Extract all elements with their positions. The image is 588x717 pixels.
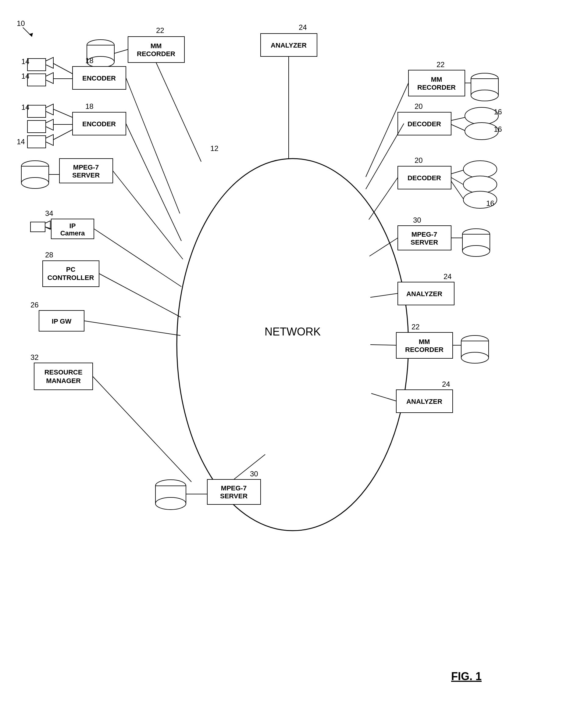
svg-line-42 — [451, 170, 463, 174]
svg-line-7 — [114, 49, 128, 54]
mpeg7-server-right-top-label1: MPEG-7 — [412, 230, 437, 238]
resource-manager-label1: RESOURCE — [44, 368, 83, 376]
ref-14-2: 14 — [21, 72, 29, 80]
svg-point-12 — [471, 90, 498, 101]
ip-camera-label1: IP — [69, 222, 76, 230]
ref-16-2: 16 — [494, 125, 502, 133]
svg-rect-17 — [27, 59, 46, 71]
decoder-top-label: DECODER — [407, 120, 441, 128]
mm-recorder-right-top-label1: MM — [431, 76, 442, 83]
svg-line-64 — [99, 273, 181, 317]
svg-rect-19 — [27, 74, 46, 86]
ref-24-bot-right: 24 — [442, 380, 450, 388]
svg-marker-27 — [46, 119, 53, 130]
ref-14-4: 14 — [17, 138, 25, 146]
svg-point-48 — [21, 178, 49, 188]
ref-16-1: 16 — [494, 108, 502, 116]
ref-20-top: 20 — [415, 102, 423, 110]
network-label: NETWORK — [265, 325, 321, 338]
svg-marker-29 — [46, 135, 53, 145]
mpeg7-server-left-top-label1: MPEG-7 — [73, 163, 99, 171]
ref-20-bottom: 20 — [415, 156, 423, 164]
svg-line-9 — [156, 63, 201, 162]
mpeg7-server-bot-mid-label1: MPEG-7 — [221, 484, 247, 492]
svg-rect-24 — [27, 105, 46, 118]
svg-line-30 — [53, 109, 72, 118]
ref-22-right-bot: 22 — [412, 323, 420, 331]
svg-line-37 — [451, 124, 465, 130]
ref-10: 10 — [17, 19, 25, 27]
svg-point-39 — [463, 161, 497, 178]
svg-marker-20 — [46, 73, 53, 84]
ref-30-right-top: 30 — [413, 216, 421, 224]
svg-point-55 — [462, 246, 490, 257]
ref-22-right-top: 22 — [437, 60, 445, 69]
mm-recorder-right-bot-label2: RECORDER — [405, 346, 443, 353]
svg-point-40 — [463, 176, 497, 193]
ref-34: 34 — [45, 209, 53, 218]
ref-12: 12 — [210, 144, 218, 152]
ref-14-1: 14 — [21, 57, 29, 66]
mm-recorder-top-label2: RECORDER — [137, 50, 175, 58]
fig-label: FIG. 1 — [451, 670, 482, 682]
decoder-bottom-label: DECODER — [407, 174, 441, 182]
ref-14-3: 14 — [21, 103, 29, 111]
analyzer-bot-right-label: ANALYZER — [406, 398, 442, 405]
pc-controller-label2: CONTROLLER — [47, 274, 94, 282]
ref-18-bottom: 18 — [85, 102, 93, 110]
mpeg7-server-right-top-label2: SERVER — [411, 239, 438, 246]
ref-22-top: 22 — [156, 26, 164, 35]
svg-rect-60 — [30, 222, 45, 232]
svg-marker-1 — [29, 33, 33, 37]
ref-28: 28 — [45, 251, 53, 259]
encoder-bottom-label: ENCODER — [82, 120, 116, 128]
svg-rect-26 — [27, 121, 46, 133]
resource-manager-box — [34, 363, 93, 390]
svg-point-34 — [465, 107, 498, 124]
encoder-top-label: ENCODER — [82, 75, 116, 82]
ip-gw-label: IP GW — [52, 317, 71, 325]
analyzer-right-mid-label: ANALYZER — [406, 290, 442, 298]
svg-line-45 — [369, 178, 398, 220]
ref-18-top: 18 — [85, 57, 93, 65]
mpeg7-server-left-top-label2: SERVER — [72, 171, 100, 179]
mpeg7-server-bot-mid-label2: SERVER — [220, 492, 248, 500]
ref-16-3: 16 — [486, 199, 495, 207]
ref-24-right-mid: 24 — [443, 272, 452, 281]
ip-camera-label2: Camera — [60, 229, 85, 237]
ref-32: 32 — [30, 353, 39, 362]
ref-24-top: 24 — [299, 23, 307, 32]
svg-line-52 — [113, 171, 183, 259]
svg-marker-25 — [46, 104, 53, 115]
mm-recorder-right-bot-label1: MM — [419, 338, 430, 346]
svg-point-35 — [465, 123, 498, 140]
svg-point-78 — [155, 497, 186, 510]
svg-rect-28 — [27, 136, 46, 148]
ref-26: 26 — [30, 301, 39, 309]
svg-marker-18 — [46, 57, 53, 68]
ref-30-bot: 30 — [250, 470, 258, 478]
svg-line-21 — [53, 63, 72, 74]
svg-line-36 — [451, 118, 465, 121]
svg-line-33 — [126, 124, 181, 241]
svg-line-66 — [84, 321, 181, 335]
analyzer-top-label: ANALYZER — [271, 41, 307, 49]
svg-line-74 — [93, 376, 191, 482]
svg-point-69 — [461, 352, 489, 363]
svg-line-32 — [53, 130, 72, 140]
pc-controller-label1: PC — [66, 266, 76, 273]
mm-recorder-right-top-label2: RECORDER — [417, 84, 456, 91]
svg-line-23 — [126, 78, 180, 213]
diagram-container: 10 NETWORK MM RECORDER 22 ANALYZER 24 12 — [0, 0, 588, 717]
resource-manager-label2: MANAGER — [46, 377, 81, 385]
mm-recorder-top-label1: MM — [151, 42, 162, 50]
